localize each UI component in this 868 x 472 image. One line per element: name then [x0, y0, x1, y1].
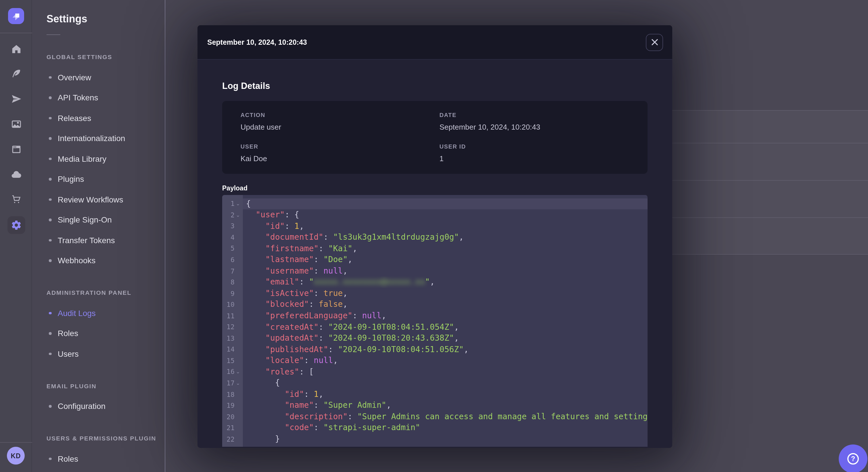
- line-number: 15: [226, 357, 235, 365]
- sidebar-item-label: Releases: [58, 113, 91, 123]
- code-line: "id": 1,: [243, 221, 648, 232]
- bullet-icon: [49, 259, 51, 262]
- sidebar-item-plugins[interactable]: Plugins: [46, 169, 165, 189]
- gutter-line: 10: [222, 299, 243, 310]
- sidebar-item-label: Roles: [58, 329, 79, 338]
- gutter-line: 7: [222, 266, 243, 277]
- sidebar-item-providers[interactable]: Providers: [46, 469, 165, 472]
- home-icon[interactable]: [9, 42, 23, 56]
- gutter-line: 22: [222, 434, 243, 445]
- content-type-builder-icon[interactable]: [9, 142, 23, 156]
- sidebar-item-users[interactable]: Users: [46, 343, 165, 364]
- gutter-line: 13: [222, 333, 243, 344]
- bullet-icon: [49, 458, 51, 460]
- code-line: "publishedAt": "2024-09-10T08:04:51.056Z…: [243, 344, 648, 355]
- sidebar-item-releases[interactable]: Releases: [46, 108, 165, 128]
- gutter-line: 3: [222, 221, 243, 232]
- sidebar-item-roles[interactable]: Roles: [46, 448, 165, 469]
- strapi-admin-app: KD Settings GLOBAL SETTINGSOverviewAPI T…: [0, 0, 868, 472]
- close-button[interactable]: [646, 34, 663, 51]
- fold-chevron-icon: ⌄: [235, 201, 241, 207]
- title-divider: [46, 34, 60, 35]
- code-line: "locale": null,: [243, 355, 648, 366]
- line-number: 2: [230, 211, 235, 219]
- settings-sidebar: Settings GLOBAL SETTINGSOverviewAPI Toke…: [33, 0, 165, 472]
- gutter-line[interactable]: 1⌄: [222, 198, 243, 209]
- sidebar-item-internationalization[interactable]: Internationalization: [46, 128, 165, 148]
- bullet-icon: [49, 352, 51, 355]
- media-library-icon[interactable]: [9, 117, 23, 131]
- code-line: "user": {: [243, 209, 648, 221]
- sidebar-item-label: Configuration: [58, 402, 105, 411]
- line-number: 12: [226, 323, 235, 331]
- bullet-icon: [49, 96, 51, 99]
- detail-user: USER Kai Doe: [241, 143, 430, 163]
- sidebar-item-overview[interactable]: Overview: [46, 67, 165, 88]
- log-details-modal: September 10, 2024, 10:20:43 Log Details…: [197, 25, 672, 448]
- gutter-line[interactable]: 16⌄: [222, 366, 243, 377]
- detail-label: USER: [241, 143, 430, 149]
- modal-header: September 10, 2024, 10:20:43: [197, 25, 672, 60]
- gutter-line: 9: [222, 288, 243, 299]
- gutter-line: 20: [222, 411, 243, 423]
- sidebar-item-roles[interactable]: Roles: [46, 323, 165, 343]
- detail-label: DATE: [439, 112, 629, 118]
- gutter-line[interactable]: 17⌄: [222, 378, 243, 389]
- gutter-line: 8: [222, 277, 243, 288]
- sidebar-item-label: Review Workflows: [58, 195, 123, 204]
- code-line: "documentId": "ls3uk3g1xm4ltdrdugzajg0g"…: [243, 232, 648, 243]
- gutter-line: 12: [222, 322, 243, 333]
- sidebar-item-label: API Tokens: [58, 93, 98, 102]
- sidebar-item-webhooks[interactable]: Webhooks: [46, 250, 165, 271]
- code-line: "preferedLanguage": null,: [243, 310, 648, 322]
- strapi-logo[interactable]: [8, 8, 24, 24]
- help-button[interactable]: ?: [839, 444, 867, 472]
- sidebar-item-configuration[interactable]: Configuration: [46, 396, 165, 416]
- settings-icon[interactable]: [7, 216, 25, 234]
- sidebar-item-label: Media Library: [58, 154, 106, 164]
- gutter-line[interactable]: 2⌄: [222, 209, 243, 221]
- payload-code-viewer[interactable]: 1⌄2⌄345678910111213141516⌄17⌄18192021222…: [222, 195, 648, 446]
- sidebar-section-list: RolesProviders: [46, 448, 165, 472]
- sidebar-item-label: Plugins: [58, 175, 84, 184]
- code-line: "firstname": "Kai",: [243, 243, 648, 254]
- releases-icon[interactable]: [9, 92, 23, 105]
- marketplace-icon[interactable]: [9, 192, 23, 206]
- sidebar-item-audit-logs[interactable]: Audit Logs: [46, 303, 165, 323]
- sidebar-item-transfer-tokens[interactable]: Transfer Tokens: [46, 230, 165, 250]
- code-line: "username": null,: [243, 266, 648, 277]
- sidebar-section-label: EMAIL PLUGIN: [46, 382, 165, 389]
- blurred-email-value: xxxxx.xxxxxxxx@xxxxx.xx: [314, 277, 425, 286]
- line-number: 13: [226, 334, 235, 342]
- question-mark-icon: ?: [847, 453, 859, 465]
- sidebar-section-list: Audit LogsRolesUsers: [46, 303, 165, 364]
- line-number: 14: [226, 345, 235, 353]
- code-line: }: [243, 434, 648, 445]
- detail-label: USER ID: [439, 143, 629, 149]
- rail-divider: [0, 33, 32, 33]
- sidebar-item-label: Webhooks: [58, 256, 96, 265]
- code-line: "lastname": "Doe",: [243, 254, 648, 265]
- cloud-icon[interactable]: [9, 167, 23, 181]
- sidebar-item-api-tokens[interactable]: API Tokens: [46, 88, 165, 108]
- code-line: "code": "strapi-super-admin": [243, 423, 648, 434]
- user-avatar[interactable]: KD: [7, 447, 25, 465]
- bullet-icon: [49, 158, 51, 160]
- fold-chevron-icon: ⌄: [235, 212, 241, 218]
- sidebar-item-media-library[interactable]: Media Library: [46, 148, 165, 169]
- line-number: 5: [230, 245, 235, 252]
- sidebar-item-label: Internationalization: [58, 134, 125, 143]
- code-content: { "user": { "id": 1, "documentId": "ls3u…: [243, 195, 648, 446]
- rail-divider: [0, 442, 32, 443]
- sidebar-item-review-workflows[interactable]: Review Workflows: [46, 189, 165, 210]
- detail-user-id: USER ID 1: [439, 143, 629, 163]
- content-manager-icon[interactable]: [9, 67, 23, 80]
- line-number: 1: [230, 200, 235, 208]
- code-line: {: [243, 378, 648, 389]
- line-number: 21: [226, 424, 235, 432]
- line-number: 7: [230, 267, 235, 275]
- sidebar-item-single-sign-on[interactable]: Single Sign-On: [46, 210, 165, 230]
- line-number: 8: [230, 278, 235, 286]
- code-line: {: [243, 198, 648, 209]
- nav-rail: KD: [0, 0, 32, 472]
